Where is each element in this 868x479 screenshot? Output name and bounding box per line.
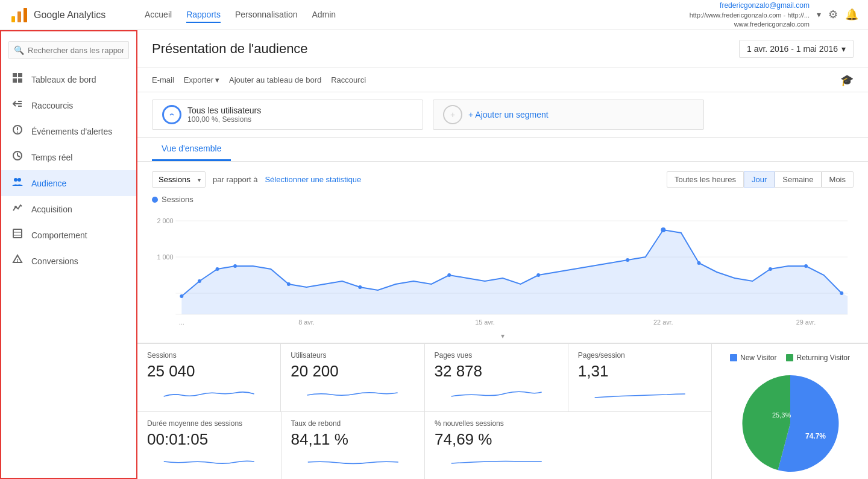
search-box[interactable]: 🔍 (8, 41, 129, 59)
svg-rect-1 (17, 11, 21, 22)
time-btn-toutes-heures[interactable]: Toutes les heures (667, 171, 744, 188)
svg-point-42 (697, 261, 701, 265)
svg-point-34 (216, 267, 219, 271)
date-range-picker[interactable]: 1 avr. 2016 - 1 mai 2016 ▾ (739, 40, 854, 58)
metric-select-wrapper[interactable]: Sessions (152, 171, 206, 188)
nav-accueil[interactable]: Accueil (145, 7, 172, 23)
metric-select[interactable]: Sessions (152, 171, 206, 188)
expand-chart-button[interactable]: ▾ (501, 332, 505, 340)
svg-point-38 (447, 273, 451, 277)
sidebar-item-audience[interactable]: Audience (1, 170, 136, 196)
rebond-sparkline (291, 452, 415, 471)
nouvelles-sparkline (435, 452, 559, 471)
sidebar-item-alertes[interactable]: Événements d'alertes (1, 118, 136, 144)
add-dashboard-button[interactable]: Ajouter au tableau de bord (229, 73, 321, 87)
stat-sessions-label: Sessions (147, 351, 271, 360)
stat-duree-label: Durée moyenne des sessions (147, 419, 271, 428)
settings-icon[interactable]: ⚙ (828, 8, 838, 21)
app-name: Google Analytics (34, 10, 105, 21)
svg-text:...: ... (179, 319, 184, 326)
svg-point-17 (14, 178, 17, 182)
search-icon: 🔍 (14, 45, 24, 55)
expand-row: ▾ (137, 329, 868, 343)
svg-point-36 (287, 282, 291, 286)
audience-icon (11, 176, 24, 190)
sidebar-item-comportement[interactable]: Comportement (1, 222, 136, 248)
help-icon[interactable]: 🎓 (840, 74, 854, 87)
sessions-sparkline (147, 384, 271, 402)
svg-text:29 avr.: 29 avr. (796, 319, 816, 326)
svg-text:2 000: 2 000 (157, 217, 173, 224)
tab-bar: Vue d'ensemble (137, 138, 868, 162)
stat-pages-session-label: Pages/session (578, 351, 702, 360)
segment-info: Tous les utilisateurs 100,00 %, Sessions (187, 106, 261, 124)
stat-utilisateurs: Utilisateurs 20 200 (281, 344, 424, 411)
export-label: Exporter (184, 75, 213, 84)
time-btn-jour[interactable]: Jour (744, 171, 775, 188)
export-button[interactable]: Exporter ▾ (184, 73, 219, 87)
segment-circle-gray: + (443, 105, 462, 124)
add-segment-button[interactable]: + + Ajouter un segment (433, 100, 704, 130)
account-dropdown-icon[interactable]: ▾ (817, 10, 821, 19)
sidebar-label-comportement: Comportement (31, 230, 87, 240)
notifications-icon[interactable]: 🔔 (845, 8, 858, 21)
svg-rect-0 (11, 16, 15, 22)
returning-visitor-color (786, 354, 793, 361)
svg-point-35 (233, 264, 237, 268)
date-range-text: 1 avr. 2016 - 1 mai 2016 (747, 44, 838, 54)
user-site2: www.fredericgonzalo.com (690, 20, 810, 29)
returning-visitor-label: Returning Visitor (796, 354, 850, 362)
new-visitor-color (730, 354, 737, 361)
pages-session-sparkline (578, 384, 702, 402)
nav-rapports[interactable]: Rapports (186, 7, 221, 23)
new-visitor-legend: New Visitor (730, 354, 776, 362)
sessions-legend-label: Sessions (162, 195, 193, 204)
sessions-legend-dot (152, 197, 158, 203)
svg-point-37 (358, 285, 362, 289)
svg-rect-6 (18, 78, 22, 83)
sidebar-item-tableaux[interactable]: Tableaux de bord (1, 66, 136, 92)
stat-nouvelles-value: 74,69 % (435, 430, 559, 449)
sidebar-item-raccourcis[interactable]: Raccourcis (1, 92, 136, 118)
svg-point-33 (198, 279, 201, 283)
stat-nouvelles: % nouvelles sessions 74,69 % (425, 412, 568, 479)
svg-text:1 000: 1 000 (157, 253, 173, 261)
stat-utilisateurs-label: Utilisateurs (291, 351, 414, 360)
shortcut-button[interactable]: Raccourci (331, 73, 366, 87)
svg-point-19 (14, 206, 17, 208)
svg-point-44 (804, 264, 808, 268)
time-btn-mois[interactable]: Mois (822, 171, 854, 188)
add-segment-label: + Ajouter un segment (468, 110, 549, 119)
svg-text:74.7%: 74.7% (805, 432, 826, 440)
svg-text:22 avr.: 22 avr. (653, 319, 673, 326)
stat-sessions: Sessions 25 040 (137, 344, 281, 411)
sidebar-item-conversions[interactable]: Conversions (1, 248, 136, 274)
raccourcis-icon (11, 98, 24, 112)
stat-duree: Durée moyenne des sessions 00:01:05 (137, 412, 281, 479)
segment-circle-blue (162, 105, 181, 124)
user-email: fredericgonzalo@gmail.com (690, 1, 810, 11)
sidebar-item-temps[interactable]: Temps réel (1, 144, 136, 170)
sidebar-label-audience: Audience (31, 179, 66, 188)
duree-sparkline (147, 452, 271, 471)
stat-utilisateurs-value: 20 200 (291, 362, 414, 381)
segment-name: Tous les utilisateurs (187, 106, 261, 115)
search-input[interactable] (28, 46, 124, 55)
nav-admin[interactable]: Admin (312, 7, 336, 23)
nav-personnalisation[interactable]: Personnalisation (235, 7, 298, 23)
tab-vue-ensemble[interactable]: Vue d'ensemble (152, 138, 231, 161)
alertes-icon (11, 124, 24, 138)
compare-text: par rapport à (213, 175, 257, 184)
svg-text:15 avr.: 15 avr. (475, 319, 495, 326)
time-btn-semaine[interactable]: Semaine (775, 171, 821, 188)
stat-rebond-label: Taux de rebond (291, 419, 415, 428)
date-range-chevron: ▾ (841, 44, 846, 54)
user-site1: http://www.fredericgonzalo.com - http://… (690, 11, 810, 20)
sidebar-item-acquisition[interactable]: Acquisition (1, 196, 136, 222)
select-stat-link[interactable]: Sélectionner une statistique (265, 175, 361, 184)
email-button[interactable]: E-mail (152, 73, 174, 87)
chart-legend: Sessions (152, 195, 854, 204)
comportement-icon (11, 228, 24, 242)
stat-pages-session: Pages/session 1,31 (568, 344, 711, 411)
chart-area: Sessions par rapport à Sélectionner une … (137, 162, 868, 329)
